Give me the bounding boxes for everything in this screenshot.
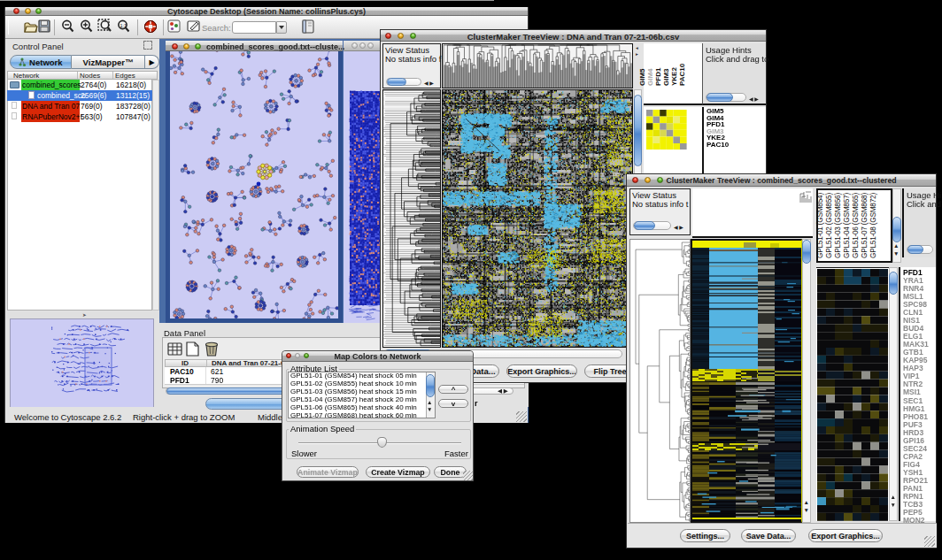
svg-text:1:1: 1:1 bbox=[120, 23, 127, 28]
